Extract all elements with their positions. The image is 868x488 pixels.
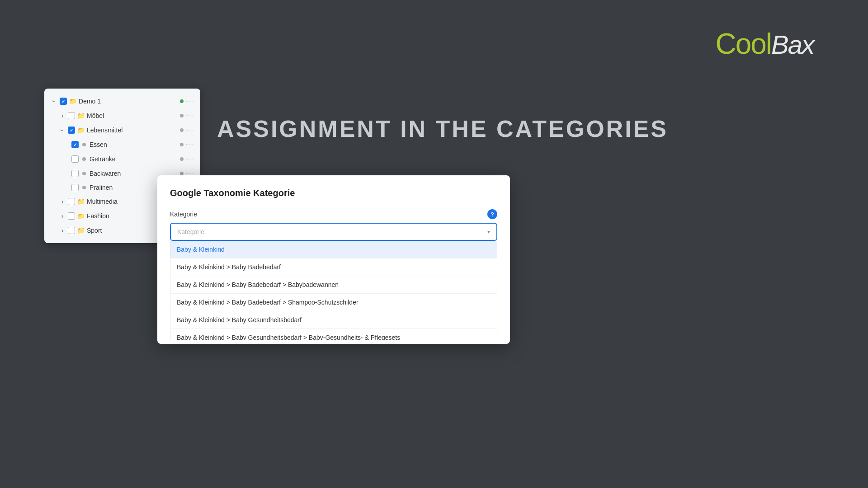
checkbox-essen[interactable] [71,141,79,148]
actions-lebensmittel: ··· [180,126,194,134]
status-dot-mobel [180,114,184,117]
tree-item-essen[interactable]: Essen ··· [44,137,200,152]
label-getranke: Getränke [90,155,178,163]
dots-menu-demo1[interactable]: ··· [185,97,194,105]
status-dot-essen [180,143,184,146]
status-dot-demo1 [180,99,184,103]
dots-menu-getranke[interactable]: ··· [185,155,194,163]
dots-menu-essen[interactable]: ··· [185,141,194,149]
checkbox-fashion[interactable] [68,212,75,220]
field-label: Kategorie [170,211,197,218]
tree-item-demo1[interactable]: 📁 Demo 1 ··· [44,94,200,108]
label-mobel: Möbel [87,112,178,119]
dropdown-item-bk2[interactable]: Baby & Kleinkind > Baby Badebedarf [170,258,497,276]
dots-menu-lebensmittel[interactable]: ··· [185,126,194,134]
logo-cool: Cool [715,28,771,60]
tree-item-getranke[interactable]: Getränke ··· [44,152,200,166]
field-label-row: Kategorie ? [170,209,497,219]
logo: CoolBax [715,27,814,61]
main-heading: ASSIGNMENT IN THE CATEGORIES [217,115,668,142]
dropdown-item-bk1[interactable]: Baby & Kleinkind [170,241,497,258]
help-icon[interactable]: ? [487,209,497,219]
checkbox-demo1[interactable] [60,98,67,105]
checkbox-mobel[interactable] [68,112,75,119]
status-dot-lebensmittel [180,128,184,132]
folder-icon-fashion: 📁 [77,212,85,220]
chevron-mobel[interactable] [59,112,66,119]
dot-backwaren [82,172,86,175]
folder-icon-lebensmittel: 📁 [77,126,85,134]
dropdown-list[interactable]: Baby & KleinkindBaby & Kleinkind > Baby … [170,241,497,340]
tree-item-mobel[interactable]: 📁 Möbel ··· [44,108,200,123]
chevron-demo1[interactable] [51,98,58,105]
chevron-sport[interactable] [59,227,66,234]
checkbox-pralinen[interactable] [71,184,79,191]
dropdown-item-bk5[interactable]: Baby & Kleinkind > Baby Gesundheitsbedar… [170,311,497,329]
status-dot-getranke [180,157,184,161]
dot-getranke [82,157,86,161]
folder-icon-mobel: 📁 [77,112,85,120]
checkbox-backwaren[interactable] [71,170,79,177]
folder-icon-multimedia: 📁 [77,197,85,206]
chevron-lebensmittel[interactable] [59,127,66,134]
dialog-title: Google Taxonomie Kategorie [170,188,497,198]
folder-icon-demo1: 📁 [69,97,77,105]
checkbox-lebensmittel[interactable] [68,127,75,134]
actions-mobel: ··· [180,112,194,120]
actions-getranke: ··· [180,155,194,163]
chevron-fashion[interactable] [59,212,66,220]
label-lebensmittel: Lebensmittel [87,127,178,134]
select-chevron-icon: ▾ [487,229,490,235]
checkbox-sport[interactable] [68,227,75,234]
actions-essen: ··· [180,141,194,149]
label-essen: Essen [90,141,178,148]
select-placeholder: Kategorie [177,228,204,235]
actions-demo1: ··· [180,97,194,105]
label-demo1: Demo 1 [79,98,178,105]
folder-icon-sport: 📁 [77,226,85,235]
dots-menu-mobel[interactable]: ··· [185,112,194,120]
dropdown-item-bk3[interactable]: Baby & Kleinkind > Baby Badebedarf > Bab… [170,276,497,294]
dropdown-item-bk6[interactable]: Baby & Kleinkind > Baby Gesundheitsbedar… [170,329,497,340]
dropdown-item-bk4[interactable]: Baby & Kleinkind > Baby Badebedarf > Sha… [170,294,497,311]
checkbox-getranke[interactable] [71,155,79,163]
logo-bax: Bax [771,30,814,59]
taxonomy-dialog: Google Taxonomie Kategorie Kategorie ? K… [157,175,510,344]
kategorie-select[interactable]: Kategorie ▾ [170,223,497,241]
status-dot-backwaren [180,172,184,175]
chevron-multimedia[interactable] [59,198,66,205]
checkbox-multimedia[interactable] [68,198,75,205]
dot-essen [82,143,86,146]
dot-pralinen [82,186,86,189]
tree-item-lebensmittel[interactable]: 📁 Lebensmittel ··· [44,123,200,137]
